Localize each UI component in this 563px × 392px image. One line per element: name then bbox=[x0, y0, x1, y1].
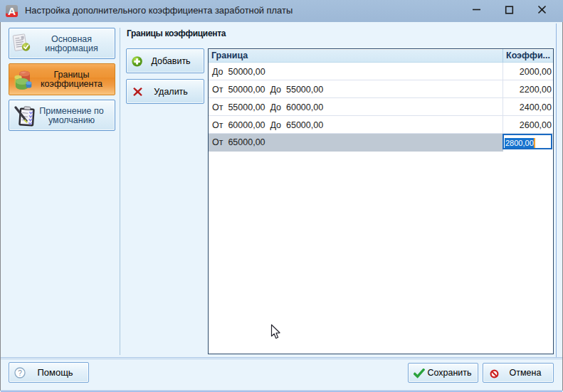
svg-text:A: A bbox=[8, 5, 16, 17]
svg-text:?: ? bbox=[18, 369, 22, 377]
